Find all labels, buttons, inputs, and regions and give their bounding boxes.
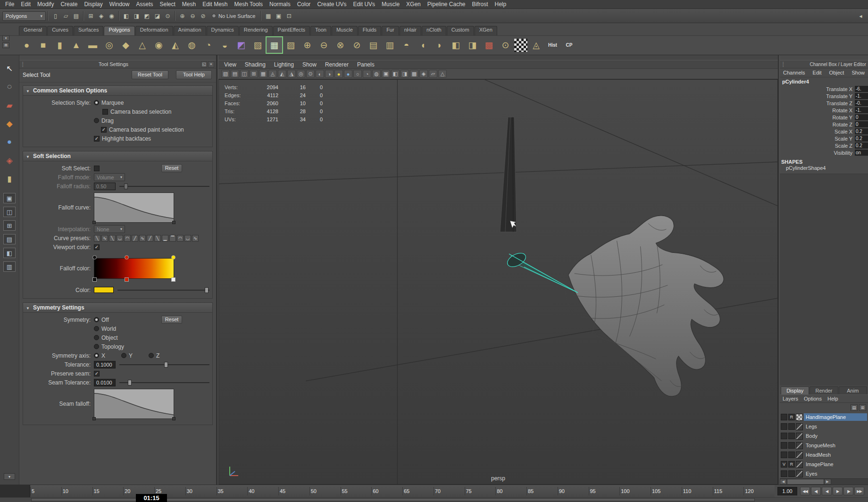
bridge-icon[interactable]: ▥ [382, 37, 398, 53]
tolerance-field[interactable]: 0.1000 [94, 361, 116, 368]
ramp-marker[interactable] [92, 277, 97, 282]
poly-sphere-icon[interactable]: ● [19, 37, 34, 53]
falloff-radius-slider[interactable] [119, 183, 209, 190]
shape-node-name[interactable]: pCylinderShape4 [780, 165, 868, 171]
tolerance-slider[interactable] [119, 361, 209, 368]
curve-preset-button[interactable]: ╱ [132, 235, 138, 242]
menu-item[interactable]: Muscle [378, 0, 403, 8]
shelf-tab[interactable]: Dynamics [207, 26, 239, 35]
menu-item[interactable]: Select [156, 0, 178, 8]
curve-handle[interactable] [92, 221, 96, 224]
timeline-tick[interactable]: 85 [526, 485, 558, 497]
viewport-menu-item[interactable]: Shading [245, 61, 266, 68]
channel-box-menu-item[interactable]: Channels [783, 70, 805, 75]
timeline-tick[interactable]: 35 [217, 485, 248, 497]
active-shelf-tool-icon[interactable]: ▦ [267, 37, 282, 53]
layout-hypergraph-pane-icon[interactable]: ▥ [3, 261, 16, 272]
layout-split-pane-icon[interactable]: ◧ [3, 248, 16, 258]
scrollbar-thumb[interactable] [787, 479, 824, 485]
timeline-tick[interactable]: 50 [309, 485, 341, 497]
ramp-marker[interactable] [125, 277, 129, 282]
quad-draw-icon[interactable]: ◬ [528, 37, 544, 53]
statusline-separator[interactable] [48, 11, 49, 21]
scale-tool-icon[interactable]: ◈ [3, 154, 16, 167]
channel-attribute-value-field[interactable]: 0.2 [855, 128, 868, 134]
curve-preset-button[interactable]: ∿ [101, 235, 108, 242]
ipr-render-icon[interactable]: ▣ [274, 11, 284, 21]
poly-pipe-icon[interactable]: ◉ [151, 37, 167, 53]
shelf-tab[interactable]: Custom [447, 26, 474, 35]
viewport-toolbar-icon[interactable]: ◫ [240, 70, 249, 78]
layer-visibility-toggle[interactable] [781, 433, 787, 439]
viewport-toolbar-icon[interactable]: ⊙ [306, 70, 315, 78]
falloff-color-ramp[interactable] [94, 258, 174, 279]
rotate-tool-icon[interactable]: ● [3, 135, 16, 149]
layer-color-swatch[interactable] [796, 470, 803, 477]
menu-item[interactable]: Edit UVs [350, 0, 378, 8]
viewport-toolbar-icon[interactable]: ▱ [429, 70, 437, 78]
snap-icons-group[interactable]: ▧ [221, 70, 230, 78]
symmetry-world-radio[interactable] [94, 326, 99, 331]
snap-to-view-plane-icon[interactable]: ⊙ [163, 11, 173, 21]
ramp-marker[interactable] [92, 255, 97, 259]
snap-to-projected-center-icon[interactable]: ◪ [152, 11, 162, 21]
step-back-button[interactable]: ◀| [811, 487, 821, 495]
viewport-toolbar-icon[interactable]: ◎ [297, 70, 305, 78]
viewport-toolbar-icon[interactable]: ⊞ [250, 70, 258, 78]
shelf-tab[interactable]: Toon [310, 26, 331, 35]
shelf-tab[interactable]: PaintEffects [273, 26, 310, 35]
timeline-tick[interactable]: 55 [341, 485, 372, 497]
statusline-collapse-icon[interactable]: ◂ [856, 11, 866, 21]
layer-editor-menu-item[interactable]: Layers [783, 396, 798, 402]
soft-selection-reset-button[interactable]: Reset [161, 164, 182, 172]
viewport-toolbar-icon[interactable]: ◑ [325, 70, 334, 78]
timeline-tick[interactable]: 105 [651, 485, 682, 497]
symmetry-off-radio[interactable] [94, 317, 99, 322]
channel-box-object-name[interactable]: pCylinder4 [780, 77, 868, 85]
poly-torus-icon[interactable]: ◎ [101, 37, 117, 53]
shaded-display-icon[interactable]: ● [344, 70, 352, 78]
shelf-tab[interactable]: General [19, 26, 47, 35]
timeline-tick[interactable]: 95 [589, 485, 620, 497]
shelf-tab[interactable]: Fur [382, 26, 399, 35]
poly-cube-icon[interactable]: ■ [35, 37, 51, 53]
channel-attribute-value-field[interactable]: -1. [855, 93, 868, 99]
viewport-color-checkbox[interactable] [94, 244, 100, 250]
section-header[interactable]: Symmetry Settings [23, 303, 212, 313]
poly-soccer-ball-icon[interactable]: ◍ [184, 37, 200, 53]
layer-color-swatch[interactable] [796, 433, 803, 440]
layer-list-options-icon[interactable]: ▤ [851, 404, 858, 411]
symmetry-reset-button[interactable]: Reset [161, 316, 182, 324]
open-scene-icon[interactable]: ▱ [61, 11, 71, 21]
time-slider-leading-block[interactable] [0, 485, 30, 497]
layout-two-pane-icon[interactable]: ◫ [3, 207, 16, 217]
channel-attribute-row[interactable]: Rotate Z 0 [780, 121, 868, 128]
menu-item[interactable]: Color [294, 0, 314, 8]
channel-attribute-value-field[interactable]: -6. [855, 86, 868, 92]
layer-visibility-toggle[interactable] [781, 414, 787, 420]
curve-preset-button[interactable]: ∿ [139, 235, 146, 242]
drag-radio[interactable] [94, 118, 99, 123]
viewport-toolbar-icon[interactable]: ◈ [419, 70, 428, 78]
channel-attribute-value-field[interactable]: 0 [855, 114, 868, 120]
menu-item[interactable]: Create [57, 0, 81, 8]
layer-color-swatch[interactable] [796, 461, 803, 468]
camera-based-paint-selection-checkbox[interactable] [101, 127, 107, 133]
layer-playback-toggle[interactable] [788, 433, 795, 439]
statusline-separator[interactable] [175, 11, 175, 21]
shelf-tab[interactable]: Rendering [239, 26, 273, 35]
soft-select-checkbox[interactable] [94, 166, 100, 171]
default-lighting-icon[interactable]: ● [334, 70, 343, 78]
layer-visibility-toggle[interactable] [781, 470, 787, 477]
menu-item[interactable]: Window [106, 0, 133, 8]
channel-attribute-row[interactable]: Visibility on [780, 149, 868, 156]
selected-cone-mesh[interactable] [505, 251, 578, 293]
input-connections-icon[interactable]: ⊕ [177, 11, 187, 21]
timeline-tick[interactable]: 120 [743, 485, 775, 497]
viewport-toolbar-icon[interactable]: ○ [353, 70, 362, 78]
snap-to-grid-icon[interactable]: ◧ [121, 11, 131, 21]
insert-edge-loop-icon[interactable]: ◗ [432, 37, 447, 53]
timeline-tick[interactable]: 40 [247, 485, 278, 497]
layer-visibility-toggle[interactable] [781, 423, 787, 430]
viewport-toolbar-icon[interactable]: ◧ [391, 70, 400, 78]
